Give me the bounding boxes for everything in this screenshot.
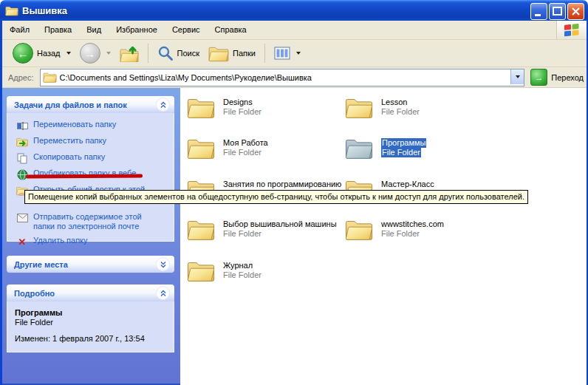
task-label[interactable]: Скопировать папку (33, 152, 105, 162)
maximize-button[interactable] (549, 3, 566, 20)
folder-item-zhurnal[interactable]: ЖурналFile Folder (187, 259, 342, 282)
file-tasks-panel: Задачи для файлов и папок Переименовать … (7, 96, 174, 242)
folder-item-programmy-selected[interactable]: ПрограммыFile Folder (345, 137, 500, 160)
folder-icon[interactable] (345, 218, 373, 241)
task-move-folder[interactable]: Переместить папку (7, 134, 174, 150)
address-label: Адрес: (8, 73, 34, 82)
task-label[interactable]: Удалить папку (33, 236, 88, 245)
details-header[interactable]: Подробно (7, 285, 174, 301)
go-label: Переход (551, 73, 584, 82)
task-pane-sidebar: Задачи для файлов и папок Переименовать … (2, 88, 180, 385)
menu-favorites[interactable]: Избранное (109, 21, 165, 39)
folder-name[interactable]: wwwstitches.com (381, 219, 444, 229)
folder-icon[interactable] (187, 259, 215, 282)
back-icon: ← (13, 43, 33, 64)
folder-name[interactable]: Мастер-Класс (381, 180, 434, 189)
task-delete-folder[interactable]: ✕ Удалить папку (7, 234, 174, 250)
close-button[interactable] (567, 3, 584, 20)
task-label[interactable]: Переместить папку (33, 136, 106, 146)
forward-dropdown-icon[interactable] (106, 52, 111, 55)
views-button[interactable] (270, 42, 305, 64)
menu-tools[interactable]: Сервис (165, 21, 208, 39)
tooltip: Помещение копий выбранных элементов на о… (24, 190, 528, 204)
folder-item-vybor-mashiny[interactable]: Выбор вышивальной машиныFile Folder (187, 218, 342, 241)
windows-logo (556, 21, 587, 39)
windows-flag-icon (564, 23, 580, 38)
chevron-down-icon (158, 259, 168, 270)
folder-name[interactable]: Программы (381, 138, 426, 148)
address-folder-icon (43, 72, 57, 83)
search-button[interactable]: Поиск (153, 42, 204, 64)
chevron-up-icon (158, 288, 168, 299)
folder-name[interactable]: Выбор вышивальной машины (223, 219, 337, 229)
folders-icon (208, 45, 229, 62)
file-list-area[interactable]: DesignsFile Folder LessonFile Folder Моя… (180, 88, 587, 385)
folder-item-wwwstitches[interactable]: wwwstitches.comFile Folder (345, 218, 500, 241)
expand-button[interactable] (156, 257, 170, 271)
folder-name[interactable]: Занятия по программированию (223, 180, 341, 189)
forward-button[interactable]: → (75, 42, 115, 64)
collapse-button[interactable] (156, 98, 170, 112)
go-button[interactable]: → Переход (530, 69, 584, 86)
task-label[interactable]: Переименовать папку (33, 120, 116, 129)
address-bar: Адрес: C:\Documents and Settings\Liza\My… (2, 67, 587, 88)
folder-name[interactable]: Моя Работа (223, 138, 268, 148)
address-path[interactable]: C:\Documents and Settings\Liza\My Docume… (60, 73, 312, 82)
folder-type-label: File Folder (223, 270, 261, 280)
folder-type-label: File Folder (223, 229, 337, 239)
folder-icon[interactable] (187, 218, 215, 241)
folder-name[interactable]: Lesson (381, 98, 420, 107)
folder-icon[interactable] (345, 96, 373, 119)
annotation-red-underline (26, 174, 143, 179)
details-item-modified: Изменен: 1 февраля 2007 г., 13:54 (15, 334, 166, 343)
file-tasks-header[interactable]: Задачи для файлов и папок (7, 96, 174, 113)
task-rename-folder[interactable]: Переименовать папку (7, 117, 174, 134)
back-dropdown-icon[interactable] (66, 52, 71, 55)
task-email-folder[interactable]: Отправить содержимое этой папки по элект… (7, 210, 156, 234)
folder-type-label: File Folder (381, 229, 444, 239)
folder-name[interactable]: Designs (223, 98, 261, 107)
window-title: Вышивка (22, 5, 67, 16)
address-dropdown-button[interactable] (510, 69, 524, 84)
desktop: { "window": { "title": "Вышивка" }, "men… (0, 0, 588, 385)
close-icon (569, 4, 583, 18)
collapse-button[interactable] (156, 286, 170, 300)
folder-name[interactable]: Журнал (223, 261, 261, 270)
folder-icon[interactable] (187, 96, 215, 119)
task-copy-folder[interactable]: Скопировать папку (7, 150, 174, 166)
address-dropdown-icon (516, 75, 520, 78)
email-icon (16, 212, 28, 224)
folders-button[interactable]: Папки (204, 42, 260, 64)
search-label: Поиск (177, 49, 199, 58)
task-label[interactable]: Отправить содержимое этой папки по элект… (33, 212, 153, 231)
folder-item-designs[interactable]: DesignsFile Folder (187, 96, 342, 119)
title-bar[interactable]: Вышивка (0, 0, 588, 21)
address-combo[interactable]: C:\Documents and Settings\Liza\My Docume… (40, 69, 525, 86)
menu-bar: Файл Правка Вид Избранное Сервис Справка (2, 21, 587, 40)
minimize-icon (532, 4, 546, 18)
search-icon (157, 45, 174, 61)
folder-item-lesson[interactable]: LessonFile Folder (345, 96, 500, 119)
folder-icon[interactable] (187, 137, 215, 160)
up-button[interactable] (115, 42, 143, 64)
window-folder-icon (5, 5, 18, 16)
folder-icon-selected[interactable] (345, 137, 373, 160)
folder-type-label: File Folder (223, 107, 261, 117)
toolbar-separator (148, 44, 148, 63)
menu-view[interactable]: Вид (79, 21, 109, 39)
menu-file[interactable]: Файл (2, 21, 37, 39)
standard-toolbar: ← Назад → Поиск Папки (2, 40, 587, 67)
views-dropdown-icon[interactable] (296, 52, 301, 55)
chevron-up-icon (158, 100, 168, 110)
details-item-type: File Folder (15, 318, 166, 327)
other-places-title: Другие места (14, 260, 68, 269)
menu-help[interactable]: Справка (208, 21, 254, 39)
maximize-icon (550, 4, 564, 18)
folders-label: Папки (233, 49, 256, 58)
back-button[interactable]: ← Назад (8, 42, 75, 64)
folder-item-moya-rabota[interactable]: Моя РаботаFile Folder (187, 137, 342, 160)
menu-edit[interactable]: Правка (37, 21, 79, 39)
other-places-header[interactable]: Другие места (7, 256, 174, 273)
move-icon (16, 136, 28, 148)
minimize-button[interactable] (530, 3, 547, 20)
